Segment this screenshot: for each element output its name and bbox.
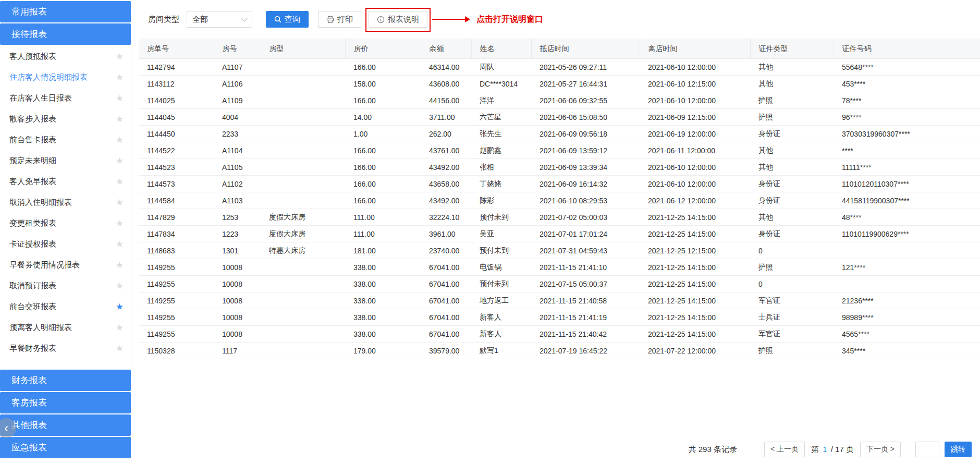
table-cell: 2021-12-25 14:15:00 bbox=[640, 309, 750, 326]
star-icon[interactable]: ★ bbox=[116, 115, 124, 124]
sidebar-report-item[interactable]: 预定未来明细★ bbox=[0, 150, 131, 171]
table-column-header: 抵店时间 bbox=[531, 39, 640, 59]
table-row[interactable]: 1144573A1102166.0043658.00丁姥姥2021-06-09 … bbox=[139, 176, 980, 192]
table-cell: 121**** bbox=[834, 259, 980, 276]
star-icon[interactable]: ★ bbox=[116, 52, 124, 61]
star-icon[interactable]: ★ bbox=[116, 323, 124, 332]
sidebar-report-item[interactable]: 卡证授权报表★ bbox=[0, 234, 131, 254]
table-cell: 2021-12-25 14:15:00 bbox=[640, 326, 750, 343]
sidebar-report-item[interactable]: 前台交班报表★ bbox=[0, 296, 131, 317]
table-column-header: 离店时间 bbox=[640, 39, 750, 59]
sidebar-section-button[interactable]: 接待报表 bbox=[0, 23, 131, 45]
table-cell bbox=[261, 109, 345, 126]
table-cell: 2021-05-27 16:44:31 bbox=[531, 76, 640, 92]
sidebar-section-button[interactable]: 其他报表 bbox=[0, 414, 131, 436]
print-button[interactable]: 打印 bbox=[318, 11, 361, 28]
star-icon[interactable]: ★ bbox=[116, 94, 124, 103]
sidebar-item-label: 变更租类报表 bbox=[9, 218, 116, 228]
table-cell: 67041.00 bbox=[421, 292, 471, 309]
prev-page-button[interactable]: < 上一页 bbox=[764, 442, 805, 457]
page-indicator: 第 1 / 17 页 bbox=[811, 445, 854, 455]
table-cell: A1104 bbox=[214, 142, 261, 159]
table-cell: 10008 bbox=[214, 326, 261, 343]
table-cell: 身份证 bbox=[750, 126, 834, 142]
star-icon[interactable]: ★ bbox=[116, 156, 124, 165]
table-cell: 4565**** bbox=[834, 326, 980, 343]
table-row[interactable]: 1143112A1106158.0043608.00DC****30142021… bbox=[139, 76, 980, 92]
star-icon[interactable]: ★ bbox=[116, 282, 124, 290]
report-info-button[interactable]: 报表说明 bbox=[369, 11, 427, 28]
star-icon[interactable]: ★ bbox=[116, 240, 124, 249]
table-cell: 67041.00 bbox=[421, 259, 471, 276]
sidebar-section-button[interactable]: 财务报表 bbox=[0, 370, 131, 391]
table-cell: 赵鹏鑫 bbox=[471, 142, 531, 159]
table-row[interactable]: 114925510008338.0067041.00新客人2021-11-15 … bbox=[139, 326, 980, 343]
table-row[interactable]: 11478341223度假大床房111.003961.00吴亚2021-07-0… bbox=[139, 226, 980, 242]
table-cell: 其他 bbox=[750, 76, 834, 92]
table-cell: 166.00 bbox=[345, 142, 421, 159]
sidebar-report-item[interactable]: 客人预抵报表★ bbox=[0, 46, 131, 67]
jump-button[interactable]: 跳转 bbox=[945, 442, 972, 457]
star-icon[interactable]: ★ bbox=[116, 344, 124, 353]
table-body: 1142794A1107166.0046314.00周队2021-05-26 0… bbox=[139, 59, 980, 359]
sidebar-report-item[interactable]: 变更租类报表★ bbox=[0, 213, 131, 234]
table-row[interactable]: 1142794A1107166.0046314.00周队2021-05-26 0… bbox=[139, 59, 980, 76]
next-page-button[interactable]: 下一页 > bbox=[860, 442, 901, 457]
table-cell: 43761.00 bbox=[421, 142, 471, 159]
table-row[interactable]: 114925510008338.0067041.00电饭锅2021-11-15 … bbox=[139, 259, 980, 276]
table-row[interactable]: 114925510008338.0067041.00地方返工2021-11-15… bbox=[139, 292, 980, 309]
page-jump-input[interactable] bbox=[915, 442, 939, 457]
table-row[interactable]: 1144025A1109166.0044156.00洋洋2021-06-06 0… bbox=[139, 92, 980, 109]
table-cell: 2021-12-25 14:15:00 bbox=[640, 209, 750, 226]
sidebar-report-item[interactable]: 客人免早报表★ bbox=[0, 171, 131, 192]
star-icon[interactable]: ★ bbox=[116, 177, 124, 186]
table-cell: 护照 bbox=[750, 343, 834, 359]
sidebar-report-item[interactable]: 取消入住明细报表★ bbox=[0, 192, 131, 213]
sidebar-report-item[interactable]: 取消预订报表★ bbox=[0, 275, 131, 296]
search-icon bbox=[274, 16, 281, 23]
sidebar-report-item[interactable]: 早餐财务报表★ bbox=[0, 338, 131, 359]
table-cell: 44156.00 bbox=[421, 92, 471, 109]
table-row[interactable]: 1144584A1103166.0043492.00陈彩2021-06-10 0… bbox=[139, 192, 980, 209]
table-cell: 军官证 bbox=[750, 292, 834, 309]
table-cell: 55648**** bbox=[834, 59, 980, 76]
sidebar-report-item[interactable]: 预离客人明细报表★ bbox=[0, 317, 131, 338]
table-row[interactable]: 11486831301特惠大床房181.0023740.00预付未到2021-0… bbox=[139, 242, 980, 259]
table-cell: 37030319960307**** bbox=[834, 126, 980, 142]
sidebar-section-button[interactable]: 应急报表 bbox=[0, 437, 131, 458]
table-row[interactable]: 11503281117179.0039579.00默写12021-07-19 1… bbox=[139, 343, 980, 359]
table-row[interactable]: 1144522A1104166.0043761.00赵鹏鑫2021-06-09 … bbox=[139, 142, 980, 159]
sidebar-report-item[interactable]: 早餐券使用情况报表★ bbox=[0, 254, 131, 275]
star-icon[interactable]: ★ bbox=[116, 261, 124, 270]
table-column-header: 房价 bbox=[345, 39, 421, 59]
table-cell: 2021-12-25 12:15:00 bbox=[640, 242, 750, 259]
table-cell: 2021-07-15 05:00:37 bbox=[531, 276, 640, 292]
table-cell: 1144522 bbox=[139, 142, 214, 159]
star-icon[interactable]: ★ bbox=[116, 136, 124, 144]
table-cell: 特惠大床房 bbox=[261, 242, 345, 259]
table-row[interactable]: 114925510008338.0067041.00预付未到2021-07-15… bbox=[139, 276, 980, 292]
table-row[interactable]: 114445022331.00262.00张先生2021-06-09 09:56… bbox=[139, 126, 980, 142]
star-icon[interactable]: ★ bbox=[116, 219, 124, 228]
table-row[interactable]: 1144045400414.003711.00六芒星2021-06-06 15:… bbox=[139, 109, 980, 126]
star-icon[interactable]: ★ bbox=[116, 302, 124, 311]
table-cell: 11111**** bbox=[834, 159, 980, 176]
sidebar-report-item[interactable]: 前台售卡报表★ bbox=[0, 129, 131, 150]
query-button[interactable]: 查询 bbox=[266, 11, 309, 28]
room-type-select[interactable]: 全部 bbox=[187, 11, 252, 28]
table-cell: 0 bbox=[750, 242, 834, 259]
sidebar-item-label: 卡证授权报表 bbox=[9, 239, 116, 249]
table-row[interactable]: 114925510008338.0067041.00新客人2021-11-15 … bbox=[139, 309, 980, 326]
table-cell: 吴亚 bbox=[471, 226, 531, 242]
table-row[interactable]: 1144523A1105166.0043492.00张相2021-06-09 1… bbox=[139, 159, 980, 176]
sidebar-section-button[interactable]: 常用报表 bbox=[0, 1, 131, 22]
sidebar-section-button[interactable]: 客房报表 bbox=[0, 392, 131, 413]
sidebar-report-item[interactable]: 散客步入报表★ bbox=[0, 108, 131, 129]
sidebar-report-item[interactable]: 住店客人情况明细报表★ bbox=[0, 67, 131, 88]
table-row[interactable]: 11478291253度假大床房111.0032224.10预付未到2021-0… bbox=[139, 209, 980, 226]
table-column-header: 姓名 bbox=[471, 39, 531, 59]
sidebar-report-item[interactable]: 在店客人生日报表★ bbox=[0, 88, 131, 108]
star-icon[interactable]: ★ bbox=[116, 73, 124, 82]
star-icon[interactable]: ★ bbox=[116, 198, 124, 207]
table-cell: 张先生 bbox=[471, 126, 531, 142]
